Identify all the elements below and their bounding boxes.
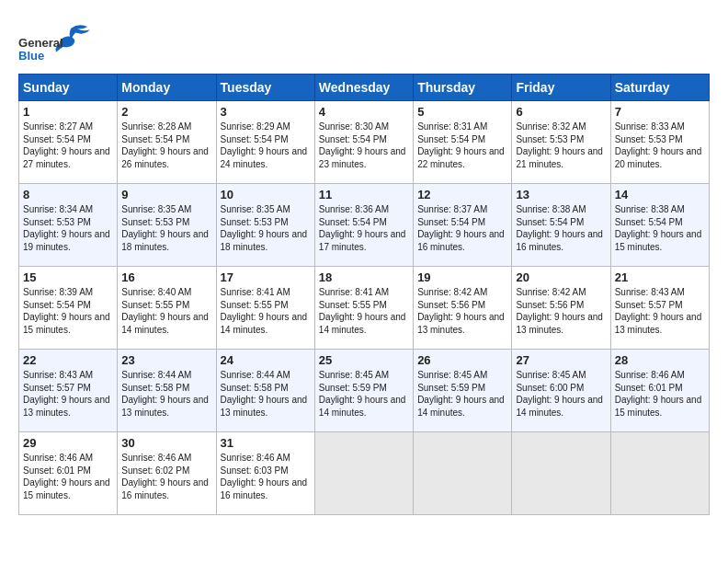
week-row-1: 1Sunrise: 8:27 AMSunset: 5:54 PMDaylight… bbox=[19, 101, 710, 184]
cell-info: Sunrise: 8:29 AMSunset: 5:54 PMDaylight:… bbox=[221, 121, 311, 170]
day-number: 19 bbox=[417, 270, 507, 284]
calendar-cell: 24Sunrise: 8:44 AMSunset: 5:58 PMDayligh… bbox=[216, 350, 314, 432]
calendar-cell bbox=[512, 432, 610, 515]
cell-info: Sunrise: 8:28 AMSunset: 5:54 PMDaylight:… bbox=[121, 121, 211, 170]
week-row-3: 15Sunrise: 8:39 AMSunset: 5:54 PMDayligh… bbox=[19, 267, 710, 350]
calendar-cell: 13Sunrise: 8:38 AMSunset: 5:54 PMDayligh… bbox=[512, 184, 610, 267]
calendar-cell: 25Sunrise: 8:45 AMSunset: 5:59 PMDayligh… bbox=[314, 350, 413, 432]
logo-svg: General Blue bbox=[18, 18, 101, 64]
calendar-cell: 8Sunrise: 8:34 AMSunset: 5:53 PMDaylight… bbox=[19, 184, 118, 267]
calendar-cell: 19Sunrise: 8:42 AMSunset: 5:56 PMDayligh… bbox=[414, 267, 512, 350]
day-number: 2 bbox=[121, 105, 211, 119]
cell-info: Sunrise: 8:27 AMSunset: 5:54 PMDaylight:… bbox=[23, 121, 113, 170]
calendar-cell bbox=[314, 432, 413, 515]
cell-info: Sunrise: 8:35 AMSunset: 5:53 PMDaylight:… bbox=[221, 203, 311, 253]
day-number: 29 bbox=[23, 436, 113, 450]
page: General Blue SundayMondayTuesdayWednesda… bbox=[0, 0, 728, 534]
calendar-cell: 4Sunrise: 8:30 AMSunset: 5:54 PMDaylight… bbox=[314, 101, 413, 184]
weekday-header-wednesday: Wednesday bbox=[314, 75, 413, 101]
cell-info: Sunrise: 8:38 AMSunset: 5:54 PMDaylight:… bbox=[516, 203, 606, 253]
calendar-cell: 11Sunrise: 8:36 AMSunset: 5:54 PMDayligh… bbox=[314, 184, 413, 267]
calendar-cell: 15Sunrise: 8:39 AMSunset: 5:54 PMDayligh… bbox=[19, 267, 118, 350]
calendar-cell: 27Sunrise: 8:45 AMSunset: 6:00 PMDayligh… bbox=[512, 350, 610, 432]
weekday-header-thursday: Thursday bbox=[414, 75, 512, 101]
cell-info: Sunrise: 8:40 AMSunset: 5:55 PMDaylight:… bbox=[121, 286, 211, 336]
day-number: 13 bbox=[516, 188, 606, 201]
cell-info: Sunrise: 8:42 AMSunset: 5:56 PMDaylight:… bbox=[417, 286, 507, 336]
cell-info: Sunrise: 8:37 AMSunset: 5:54 PMDaylight:… bbox=[417, 203, 507, 253]
cell-info: Sunrise: 8:30 AMSunset: 5:54 PMDaylight:… bbox=[319, 121, 409, 170]
day-number: 17 bbox=[221, 270, 311, 284]
cell-info: Sunrise: 8:36 AMSunset: 5:54 PMDaylight:… bbox=[319, 203, 409, 253]
cell-info: Sunrise: 8:43 AMSunset: 5:57 PMDaylight:… bbox=[23, 369, 113, 419]
calendar-cell: 18Sunrise: 8:41 AMSunset: 5:55 PMDayligh… bbox=[314, 267, 413, 350]
calendar-cell: 5Sunrise: 8:31 AMSunset: 5:54 PMDaylight… bbox=[414, 101, 512, 184]
cell-info: Sunrise: 8:46 AMSunset: 6:01 PMDaylight:… bbox=[23, 452, 113, 501]
day-number: 3 bbox=[221, 105, 311, 119]
day-number: 24 bbox=[221, 353, 311, 367]
cell-info: Sunrise: 8:45 AMSunset: 6:00 PMDaylight:… bbox=[516, 369, 606, 419]
week-row-2: 8Sunrise: 8:34 AMSunset: 5:53 PMDaylight… bbox=[19, 184, 710, 267]
weekday-header-friday: Friday bbox=[512, 75, 610, 101]
day-number: 23 bbox=[121, 353, 211, 367]
cell-info: Sunrise: 8:46 AMSunset: 6:01 PMDaylight:… bbox=[615, 369, 705, 419]
calendar-cell: 29Sunrise: 8:46 AMSunset: 6:01 PMDayligh… bbox=[19, 432, 118, 515]
day-number: 8 bbox=[23, 188, 113, 201]
day-number: 7 bbox=[615, 105, 705, 119]
day-number: 28 bbox=[615, 353, 705, 367]
day-number: 15 bbox=[23, 270, 113, 284]
calendar-cell: 2Sunrise: 8:28 AMSunset: 5:54 PMDaylight… bbox=[118, 101, 216, 184]
calendar-cell: 9Sunrise: 8:35 AMSunset: 5:53 PMDaylight… bbox=[118, 184, 216, 267]
day-number: 9 bbox=[121, 188, 211, 201]
calendar-cell: 7Sunrise: 8:33 AMSunset: 5:53 PMDaylight… bbox=[610, 101, 709, 184]
cell-info: Sunrise: 8:46 AMSunset: 6:03 PMDaylight:… bbox=[221, 452, 311, 501]
day-number: 10 bbox=[221, 188, 311, 201]
cell-info: Sunrise: 8:35 AMSunset: 5:53 PMDaylight:… bbox=[121, 203, 211, 253]
cell-info: Sunrise: 8:31 AMSunset: 5:54 PMDaylight:… bbox=[417, 121, 507, 170]
calendar-cell: 20Sunrise: 8:42 AMSunset: 5:56 PMDayligh… bbox=[512, 267, 610, 350]
weekday-header-monday: Monday bbox=[118, 75, 216, 101]
day-number: 16 bbox=[121, 270, 211, 284]
cell-info: Sunrise: 8:44 AMSunset: 5:58 PMDaylight:… bbox=[121, 369, 211, 419]
week-row-4: 22Sunrise: 8:43 AMSunset: 5:57 PMDayligh… bbox=[19, 350, 710, 432]
cell-info: Sunrise: 8:46 AMSunset: 6:02 PMDaylight:… bbox=[121, 452, 211, 501]
day-number: 6 bbox=[516, 105, 606, 119]
calendar-cell: 26Sunrise: 8:45 AMSunset: 5:59 PMDayligh… bbox=[414, 350, 512, 432]
calendar-cell: 30Sunrise: 8:46 AMSunset: 6:02 PMDayligh… bbox=[118, 432, 216, 515]
day-number: 11 bbox=[319, 188, 409, 201]
calendar-cell: 31Sunrise: 8:46 AMSunset: 6:03 PMDayligh… bbox=[216, 432, 314, 515]
day-number: 26 bbox=[417, 353, 507, 367]
day-number: 12 bbox=[417, 188, 507, 201]
weekday-header-saturday: Saturday bbox=[610, 75, 709, 101]
calendar-cell: 6Sunrise: 8:32 AMSunset: 5:53 PMDaylight… bbox=[512, 101, 610, 184]
day-number: 5 bbox=[417, 105, 507, 119]
cell-info: Sunrise: 8:33 AMSunset: 5:53 PMDaylight:… bbox=[615, 121, 705, 170]
calendar-cell: 12Sunrise: 8:37 AMSunset: 5:54 PMDayligh… bbox=[414, 184, 512, 267]
cell-info: Sunrise: 8:32 AMSunset: 5:53 PMDaylight:… bbox=[516, 121, 606, 170]
day-number: 14 bbox=[615, 188, 705, 201]
calendar-cell: 23Sunrise: 8:44 AMSunset: 5:58 PMDayligh… bbox=[118, 350, 216, 432]
calendar-cell: 16Sunrise: 8:40 AMSunset: 5:55 PMDayligh… bbox=[118, 267, 216, 350]
cell-info: Sunrise: 8:45 AMSunset: 5:59 PMDaylight:… bbox=[319, 369, 409, 419]
calendar-cell: 1Sunrise: 8:27 AMSunset: 5:54 PMDaylight… bbox=[19, 101, 118, 184]
day-number: 22 bbox=[23, 353, 113, 367]
cell-info: Sunrise: 8:42 AMSunset: 5:56 PMDaylight:… bbox=[516, 286, 606, 336]
header: General Blue bbox=[18, 18, 710, 64]
calendar-table: SundayMondayTuesdayWednesdayThursdayFrid… bbox=[18, 74, 710, 515]
calendar-cell: 17Sunrise: 8:41 AMSunset: 5:55 PMDayligh… bbox=[216, 267, 314, 350]
cell-info: Sunrise: 8:45 AMSunset: 5:59 PMDaylight:… bbox=[417, 369, 507, 419]
day-number: 27 bbox=[516, 353, 606, 367]
weekday-header-row: SundayMondayTuesdayWednesdayThursdayFrid… bbox=[19, 75, 710, 101]
day-number: 20 bbox=[516, 270, 606, 284]
svg-text:General: General bbox=[18, 36, 63, 50]
day-number: 18 bbox=[319, 270, 409, 284]
calendar-cell: 10Sunrise: 8:35 AMSunset: 5:53 PMDayligh… bbox=[216, 184, 314, 267]
calendar-cell: 22Sunrise: 8:43 AMSunset: 5:57 PMDayligh… bbox=[19, 350, 118, 432]
cell-info: Sunrise: 8:41 AMSunset: 5:55 PMDaylight:… bbox=[319, 286, 409, 336]
weekday-header-tuesday: Tuesday bbox=[216, 75, 314, 101]
logo: General Blue bbox=[18, 18, 101, 64]
day-number: 25 bbox=[319, 353, 409, 367]
day-number: 1 bbox=[23, 105, 113, 119]
calendar-cell: 14Sunrise: 8:38 AMSunset: 5:54 PMDayligh… bbox=[610, 184, 709, 267]
svg-text:Blue: Blue bbox=[18, 49, 44, 63]
